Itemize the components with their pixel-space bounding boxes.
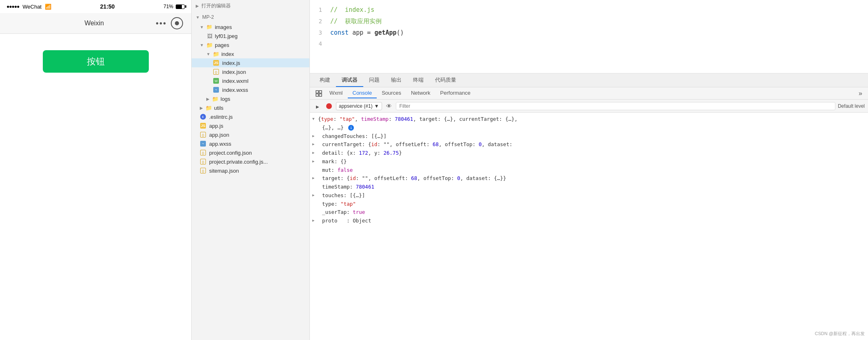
tab-performance[interactable]: Performance — [435, 88, 475, 98]
code-content-3: const app = getApp() — [330, 28, 404, 38]
code-editor: 1 // index.js 2 // 获取应用实例 3 const app = … — [310, 0, 868, 73]
projectprivate-icon: {} — [200, 158, 206, 165]
tree-item-projectprivate[interactable]: {} project.private.config.js... — [192, 157, 309, 166]
play-button[interactable] — [313, 102, 322, 111]
tree-item-index-wxss[interactable]: ~ index.wxss — [192, 85, 309, 94]
tree-item-logs[interactable]: ▶ 📁 logs — [192, 94, 309, 103]
tab-network[interactable]: Network — [406, 88, 435, 98]
wifi-icon: 📶 — [45, 4, 51, 10]
appjs-icon: JS — [200, 122, 206, 129]
signal-icon: ●●●●● — [7, 4, 19, 9]
record-button[interactable] — [171, 17, 183, 29]
more-options-button[interactable]: ••• — [156, 19, 167, 28]
console-line-timestamp: timeStamp: 780461 — [310, 183, 868, 191]
images-label: images — [215, 24, 232, 30]
type-key: type: — [322, 201, 340, 207]
mp2-section[interactable]: ▼ MP-2 — [192, 12, 309, 22]
tree-item-sitemap[interactable]: {} sitemap.json — [192, 166, 309, 175]
phone-title: Weixin — [84, 20, 104, 27]
block-button[interactable] — [325, 102, 334, 111]
tree-item-index-js[interactable]: JS index.js — [192, 58, 309, 67]
images-folder-icon: 📁 — [206, 24, 213, 30]
console-line-mut: mut: false — [310, 166, 868, 175]
code-content-1: // index.js — [330, 5, 374, 15]
svg-rect-1 — [316, 94, 318, 96]
currenttarget-text: currentTarget: {id: "", offsetLeft: 68, … — [322, 141, 512, 147]
sitemap-icon: {} — [200, 167, 206, 174]
tab-wxml[interactable]: Wxml — [325, 88, 348, 98]
tab-debugger[interactable]: 调试器 — [336, 74, 363, 87]
eye-button[interactable]: 👁 — [384, 102, 393, 111]
console-line-usertap: _userTap: true — [310, 208, 868, 217]
indexjs-icon: JS — [213, 60, 219, 66]
play-icon — [316, 103, 319, 109]
devtools-inspect-icon[interactable] — [313, 90, 325, 97]
open-editors-section[interactable]: ▶ 打开的编辑器 — [192, 0, 309, 12]
tree-item-utils[interactable]: ▶ 📁 utils — [192, 103, 309, 112]
tab-problems[interactable]: 问题 — [363, 74, 385, 87]
console-line-currenttarget[interactable]: currentTarget: {id: "", offsetLeft: 68, … — [310, 140, 868, 149]
watermark-text: CSDN @新征程，再出发 — [815, 331, 865, 337]
logs-folder-icon: 📁 — [212, 96, 219, 102]
projectconfig-icon: {} — [200, 149, 206, 156]
tab-build[interactable]: 构建 — [314, 74, 336, 87]
utils-arrow: ▶ — [200, 106, 203, 110]
tree-item-index-wxml[interactable]: W index.wxml — [192, 76, 309, 85]
console-line-mark[interactable]: mark: {} — [310, 158, 868, 166]
pages-folder-icon: 📁 — [206, 42, 213, 48]
more-tabs-button[interactable]: » — [856, 90, 865, 97]
tree-item-appwxss[interactable]: ~ app.wxss — [192, 139, 309, 148]
indexwxml-label: index.wxml — [222, 78, 248, 84]
context-selector[interactable]: appservice (#1) ▼ — [336, 102, 382, 110]
utils-folder-icon: 📁 — [205, 104, 212, 111]
mark-text: mark: {} — [322, 158, 347, 164]
tab-output[interactable]: 输出 — [385, 74, 407, 87]
tree-item-appjson[interactable]: {} app.json — [192, 130, 309, 139]
phone-body: 按钮 — [0, 34, 191, 340]
devtools-top-tabs: 构建 调试器 问题 输出 终端 代码质量 — [310, 73, 868, 87]
tree-item-index-folder[interactable]: ▼ 📁 index — [192, 49, 309, 58]
eslintrc-label: .eslintrc.js — [209, 114, 233, 120]
tab-code-quality[interactable]: 代码质量 — [429, 74, 462, 87]
code-line-1: 1 // index.js — [310, 4, 868, 16]
green-action-button[interactable]: 按钮 — [43, 50, 149, 73]
console-line-detail[interactable]: detail: {x: 172, y: 26.75} — [310, 149, 868, 158]
console-line-changedtouches[interactable]: changedTouches: [{…}] — [310, 132, 868, 141]
timestamp-key: timeStamp: — [322, 184, 356, 190]
changedtouches-text: changedTouches: [{…}] — [322, 133, 387, 139]
devtools-panel: 1 // index.js 2 // 获取应用实例 3 const app = … — [310, 0, 868, 340]
line-num-3: 3 — [310, 28, 330, 37]
sub-text: {…}, …} — [322, 124, 344, 131]
tree-item-images[interactable]: ▼ 📁 images — [192, 22, 309, 31]
svg-rect-2 — [319, 91, 322, 93]
tree-item-index-json[interactable]: {} index.json — [192, 67, 309, 76]
tree-item-lyf01[interactable]: 🖼 lyf01.jpeg — [192, 31, 309, 40]
console-line-touches[interactable]: touches: [{…}] — [310, 191, 868, 200]
info-badge: i — [348, 125, 354, 131]
filter-input[interactable] — [396, 102, 835, 110]
indexwxml-icon: W — [213, 78, 219, 84]
appjson-icon: {} — [200, 131, 206, 138]
tree-item-projectconfig[interactable]: {} project.config.json — [192, 148, 309, 157]
appjs-label: app.js — [209, 123, 223, 129]
tab-sources[interactable]: Sources — [377, 88, 406, 98]
pages-label: pages — [215, 42, 229, 48]
tab-terminal[interactable]: 终端 — [407, 74, 429, 87]
console-line-target[interactable]: target: {id: "", offsetLeft: 68, offsetT… — [310, 174, 868, 183]
battery-icon — [176, 4, 185, 9]
tree-item-eslintrc[interactable]: E .eslintrc.js — [192, 112, 309, 121]
console-line-1[interactable]: {type: "tap", timeStamp: 780461, target:… — [310, 115, 868, 124]
tree-item-pages[interactable]: ▼ 📁 pages — [192, 40, 309, 49]
indexwxss-icon: ~ — [213, 87, 219, 93]
console-toolbar: appservice (#1) ▼ 👁 Default level — [310, 100, 868, 113]
console-line-proto[interactable]: proto : Object — [310, 217, 868, 225]
tree-item-appjs[interactable]: JS app.js — [192, 121, 309, 130]
index-folder-label: index — [221, 51, 234, 57]
file-tree-panel: ▶ 打开的编辑器 ▼ MP-2 ▼ 📁 images 🖼 lyf01.jpeg … — [192, 0, 310, 340]
tab-console[interactable]: Console — [348, 88, 377, 98]
pages-arrow: ▼ — [200, 43, 204, 47]
projectconfig-label: project.config.json — [209, 150, 252, 156]
console-output: {type: "tap", timeStamp: 780461, target:… — [310, 113, 868, 340]
status-bar: ●●●●● WeChat 📶 21:50 71% — [0, 0, 191, 13]
carrier-label: WeChat — [22, 4, 42, 10]
